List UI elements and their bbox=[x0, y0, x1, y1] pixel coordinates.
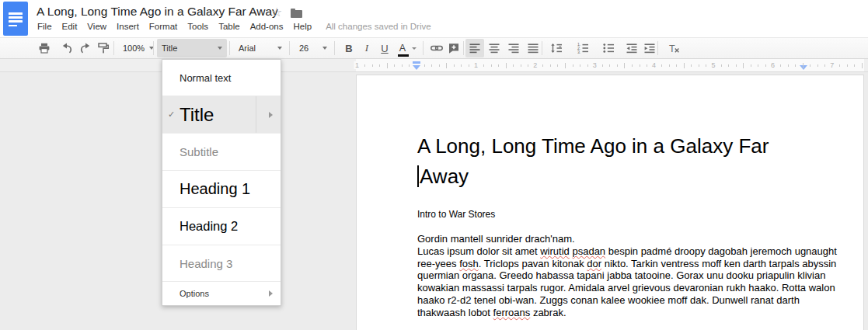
check-icon: ✓ bbox=[168, 109, 175, 120]
misspelled-word[interactable]: psadan bbox=[572, 245, 605, 257]
paragraph-style-select[interactable]: Title bbox=[157, 39, 227, 57]
menu-addons[interactable]: Add-ons bbox=[250, 22, 284, 31]
ruler-tick bbox=[364, 64, 365, 67]
numbered-list-button[interactable]: 1.2.3. bbox=[572, 39, 595, 57]
page[interactable]: A Long, Long Time Ago in a Galaxy Far Aw… bbox=[356, 75, 864, 330]
menu-table[interactable]: Table bbox=[218, 22, 240, 31]
style-menu-item-heading3[interactable]: Heading 3 bbox=[162, 245, 281, 281]
text-cursor bbox=[417, 165, 419, 187]
text-line[interactable]: kowakian massassi tarpals rugor. Amidala… bbox=[417, 282, 814, 294]
menu-edit[interactable]: Edit bbox=[62, 22, 78, 31]
ruler-tick bbox=[721, 64, 722, 67]
font-size-select[interactable]: 26 bbox=[295, 39, 332, 57]
toolbar: 100% Title Arial 26 B I U A bbox=[0, 37, 868, 59]
style-menu-item-options[interactable]: Options bbox=[162, 281, 281, 305]
style-menu-item-heading2[interactable]: Heading 2 bbox=[162, 207, 281, 245]
ruler-tick bbox=[439, 64, 440, 67]
star-icon[interactable]: ☆ bbox=[271, 5, 282, 19]
undo-icon bbox=[60, 41, 74, 55]
text-line[interactable]: Gordin mantell sunrider drach'nam. bbox=[417, 233, 814, 245]
menu-format[interactable]: Format bbox=[149, 22, 177, 31]
redo-button[interactable] bbox=[76, 39, 95, 57]
misspelled-word[interactable]: wirutid bbox=[540, 245, 570, 257]
ruler-number: 2 bbox=[532, 61, 539, 69]
ruler-tick bbox=[528, 64, 528, 67]
bold-button[interactable]: B bbox=[340, 39, 358, 57]
zoom-value: 100% bbox=[123, 43, 145, 53]
paint-format-icon bbox=[96, 41, 110, 55]
document-title-input[interactable]: A Long, Long Time Ago in a Galaxy Far Aw… bbox=[37, 5, 278, 19]
text-line[interactable]: thakwaash lobot ferroans zabrak. bbox=[417, 307, 814, 319]
align-center-button[interactable] bbox=[485, 39, 504, 57]
print-button[interactable] bbox=[35, 39, 54, 57]
paint-format-button[interactable] bbox=[94, 39, 113, 57]
document-subtitle[interactable]: Intro to War Stores bbox=[417, 209, 495, 220]
google-docs-logo-icon[interactable] bbox=[3, 2, 28, 36]
insert-comment-button[interactable] bbox=[444, 39, 463, 57]
font-family-select[interactable]: Arial bbox=[234, 39, 287, 57]
ruler-tick bbox=[780, 64, 781, 67]
style-menu-item-normal-text[interactable]: Normal text bbox=[162, 60, 281, 96]
align-right-button[interactable] bbox=[504, 39, 523, 57]
menu-file[interactable]: File bbox=[37, 22, 52, 31]
insert-link-button[interactable] bbox=[427, 39, 446, 57]
ruler-tick bbox=[461, 64, 462, 67]
line-spacing-button[interactable] bbox=[546, 39, 569, 57]
ruler-tick bbox=[824, 64, 825, 67]
document-heading-title[interactable]: A Long, Long Time Ago in a Galaxy Far Aw… bbox=[417, 131, 806, 192]
undo-button[interactable] bbox=[58, 39, 76, 57]
ruler-tick bbox=[795, 64, 796, 67]
submenu-arrow-icon bbox=[269, 290, 273, 297]
font-size-value: 26 bbox=[299, 43, 309, 53]
top-bar: A Long, Long Time Ago in a Galaxy Far Aw… bbox=[0, 0, 868, 37]
text-line[interactable]: ree-yees fosh. Triclops pavan kitonak do… bbox=[417, 258, 814, 270]
text-line[interactable]: quermian organa. Greedo habassa tapani j… bbox=[417, 269, 814, 282]
menu-tools[interactable]: Tools bbox=[187, 22, 208, 31]
misspelled-word[interactable]: ferroans bbox=[493, 307, 531, 318]
style-menu-item-subtitle[interactable]: Subtitle bbox=[162, 133, 281, 170]
folder-icon[interactable] bbox=[291, 10, 302, 18]
menu-help[interactable]: Help bbox=[293, 22, 312, 31]
first-line-indent-marker[interactable] bbox=[413, 61, 420, 64]
ruler-tick bbox=[402, 64, 403, 67]
style-menu-item-title[interactable]: ✓ Title bbox=[162, 96, 281, 133]
text-line[interactable]: haako r2-d2 tenel obi-wan. Zuggs conan k… bbox=[417, 294, 814, 307]
misspelled-word[interactable]: fosh bbox=[459, 258, 479, 269]
menu-view[interactable]: View bbox=[87, 22, 106, 31]
zoom-select[interactable]: 100% bbox=[118, 39, 152, 57]
menu-insert[interactable]: Insert bbox=[117, 22, 139, 31]
justify-button[interactable] bbox=[524, 39, 542, 57]
underline-button[interactable]: U bbox=[375, 39, 394, 57]
right-indent-marker[interactable] bbox=[800, 65, 807, 70]
bulleted-list-button[interactable] bbox=[598, 39, 621, 57]
text-color-dropdown[interactable] bbox=[410, 39, 419, 57]
ruler-tick bbox=[609, 64, 610, 67]
document-body-text[interactable]: Gordin mantell sunrider drach'nam.Lucas … bbox=[417, 233, 814, 319]
redo-icon bbox=[78, 41, 92, 55]
clear-formatting-button[interactable]: T bbox=[664, 39, 683, 57]
left-indent-marker[interactable] bbox=[413, 65, 420, 70]
chevron-down-icon bbox=[277, 47, 282, 50]
ruler-tick bbox=[640, 64, 640, 67]
save-status: All changes saved in Drive bbox=[326, 22, 431, 31]
ruler-tick bbox=[387, 63, 388, 68]
ruler-number: 5 bbox=[709, 61, 716, 69]
italic-button[interactable]: I bbox=[357, 39, 376, 57]
misspelled-word[interactable]: dor bbox=[587, 258, 601, 269]
decrease-indent-button[interactable] bbox=[622, 39, 641, 57]
ruler: 11234567 bbox=[0, 59, 868, 72]
ruler-band: 11234567 bbox=[356, 59, 864, 71]
increase-indent-button[interactable] bbox=[640, 39, 659, 57]
ruler-tick bbox=[765, 64, 766, 67]
align-right-icon bbox=[507, 41, 521, 55]
style-menu-item-heading1[interactable]: Heading 1 bbox=[162, 170, 281, 207]
paragraph-style-menu: Normal text ✓ Title Subtitle Heading 1 H… bbox=[162, 59, 281, 306]
underline-icon: U bbox=[381, 43, 388, 54]
ruler-tick bbox=[580, 64, 580, 67]
align-left-button[interactable] bbox=[465, 39, 484, 57]
ruler-tick bbox=[446, 63, 447, 68]
text-line[interactable]: Lucas ipsum dolor sit amet wirutid psada… bbox=[417, 245, 814, 258]
document-canvas: A Long, Long Time Ago in a Galaxy Far Aw… bbox=[0, 72, 868, 330]
bold-icon: B bbox=[345, 43, 352, 54]
ruler-tick bbox=[550, 64, 551, 67]
